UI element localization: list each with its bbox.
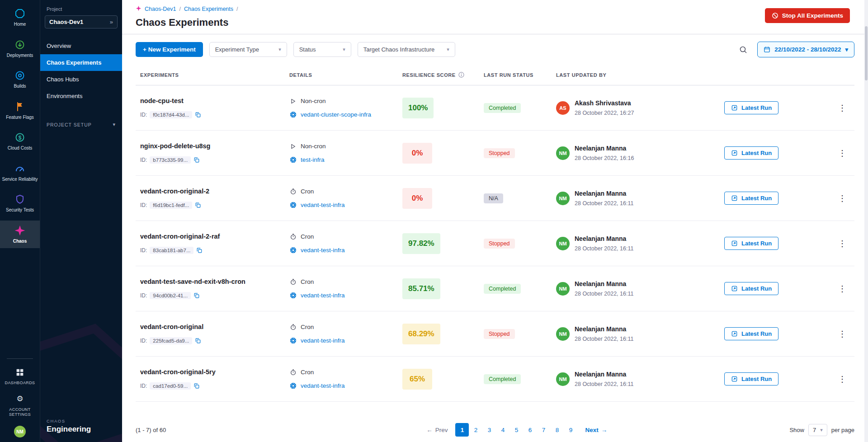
row-menu-button[interactable]: ⋮ <box>834 101 851 115</box>
infrastructure-link[interactable]: vedant-test-infra <box>301 337 345 344</box>
rail-item-home[interactable]: Home <box>0 4 40 32</box>
experiment-name[interactable]: vedant-cron-original-2-raf <box>140 233 285 240</box>
rail-item-feature-flags[interactable]: Feature Flags <box>0 97 40 125</box>
date-range-picker[interactable]: 22/10/2022 - 28/10/2022 ▾ <box>757 42 854 57</box>
experiment-type-filter[interactable]: Experiment Type ▾ <box>209 42 287 57</box>
copy-icon <box>195 202 201 208</box>
row-menu-button[interactable]: ⋮ <box>834 237 851 250</box>
copy-id-button[interactable] <box>195 338 201 344</box>
experiment-name[interactable]: nginx-pod-delete-u8sg <box>140 142 285 150</box>
copy-id-button[interactable] <box>195 202 201 208</box>
infrastructure-link[interactable]: vedant-test-infra <box>301 382 345 389</box>
experiment-name[interactable]: node-cpu-test <box>140 97 285 104</box>
rail-item-dashboards[interactable]: DASHBOARDS <box>0 363 40 389</box>
experiment-id-line: ID: 83cab181-ab7... <box>140 247 285 254</box>
stop-all-experiments-button[interactable]: Stop All Experiments <box>765 8 850 23</box>
chevron-down-icon: ▾ <box>447 47 449 52</box>
experiment-name[interactable]: vedant-cron-original-2 <box>140 188 285 195</box>
rail-item-security-tests[interactable]: Security Tests <box>0 189 40 217</box>
status-cell: Completed <box>479 374 552 384</box>
updated-date: 28 October 2022, 16:27 <box>575 110 634 116</box>
infrastructure-link[interactable]: vedant-cluster-scope-infra <box>301 111 371 118</box>
prev-page-button[interactable]: ← Prev <box>426 427 448 433</box>
info-icon[interactable] <box>458 72 464 78</box>
page-button-9[interactable]: 9 <box>564 423 577 437</box>
stopwatch-icon <box>289 233 297 240</box>
latest-run-button[interactable]: Latest Run <box>724 282 778 295</box>
row-menu-button[interactable]: ⋮ <box>834 146 851 160</box>
sidebar-item-chaos-hubs[interactable]: Chaos Hubs <box>40 71 122 88</box>
sidebar-item-overview[interactable]: Overview <box>40 38 122 54</box>
latest-run-button[interactable]: Latest Run <box>724 372 778 386</box>
target-infrastructure-filter[interactable]: Target Chaos Infrastructure ▾ <box>358 42 455 57</box>
rail-bottom-group: DASHBOARDS ⚙ ACCOUNT SETTINGS NM <box>0 355 40 437</box>
page-button-1[interactable]: 1 <box>455 423 469 437</box>
page-button-7[interactable]: 7 <box>537 423 550 437</box>
resilience-score: 65% <box>402 369 432 390</box>
rail-item-account-settings[interactable]: ⚙ ACCOUNT SETTINGS <box>0 390 40 421</box>
latest-run-button[interactable]: Latest Run <box>724 192 778 205</box>
row-menu-button[interactable]: ⋮ <box>834 327 851 341</box>
row-menu-button[interactable]: ⋮ <box>834 372 851 386</box>
copy-icon <box>193 292 200 299</box>
latest-run-button[interactable]: Latest Run <box>724 327 778 340</box>
experiment-cell: vedant-cron-original ID: 225fcad5-da9... <box>136 323 285 344</box>
row-menu-button[interactable]: ⋮ <box>834 192 851 205</box>
sidebar-item-environments[interactable]: Environments <box>40 88 122 104</box>
schedule-line: Cron <box>289 233 398 240</box>
vertical-scrollbar[interactable] <box>864 0 868 442</box>
project-setup-toggle[interactable]: PROJECT SETUP ▾ <box>40 117 122 132</box>
row-menu-button[interactable]: ⋮ <box>834 282 851 296</box>
pagination: (1 - 7) of 60 ← Prev 123456789 Next → Sh… <box>122 414 868 442</box>
copy-id-button[interactable] <box>195 112 201 118</box>
rail-item-deployments[interactable]: Deployments <box>0 35 40 63</box>
user-name: Neelanjan Manna <box>575 325 633 333</box>
page-button-5[interactable]: 5 <box>509 423 523 437</box>
experiment-name[interactable]: vedant-test-save-nd-exit-v8h-cron <box>140 278 285 285</box>
rail-item-chaos[interactable]: Chaos <box>0 221 40 249</box>
experiment-name[interactable]: vedant-cron-original-5ry <box>140 368 285 376</box>
user-name: Neelanjan Manna <box>575 190 633 197</box>
rail-item-service-reliability[interactable]: Service Reliability <box>0 159 40 187</box>
infrastructure-link[interactable]: vedant-test-infra <box>301 202 345 208</box>
infrastructure-link[interactable]: vedant-test-infra <box>301 247 345 254</box>
updated-date: 28 October 2022, 16:11 <box>575 336 633 342</box>
new-experiment-button[interactable]: + New Experiment <box>136 42 203 57</box>
per-page-select[interactable]: 7 ▾ <box>808 424 827 436</box>
page-button-6[interactable]: 6 <box>523 423 537 437</box>
latest-run-button[interactable]: Latest Run <box>724 146 778 160</box>
rail-item-cloud-costs[interactable]: $ Cloud Costs <box>0 127 40 155</box>
project-selector[interactable]: Chaos-Dev1 » <box>45 15 118 28</box>
scrollbar-thumb[interactable] <box>865 26 868 80</box>
page-button-3[interactable]: 3 <box>482 423 496 437</box>
page-button-8[interactable]: 8 <box>550 423 564 437</box>
copy-id-button[interactable] <box>193 292 200 299</box>
latest-run-button[interactable]: Latest Run <box>724 101 778 114</box>
infrastructure-link[interactable]: test-infra <box>301 156 325 163</box>
breadcrumb-experiments-link[interactable]: Chaos Experiments <box>184 6 233 12</box>
next-page-button[interactable]: Next → <box>585 427 607 433</box>
schedule-type: Cron <box>301 188 314 195</box>
experiment-name[interactable]: vedant-cron-original <box>140 323 285 330</box>
status-filter[interactable]: Status ▾ <box>293 42 351 57</box>
copy-id-button[interactable] <box>193 383 200 389</box>
collapse-sidebar-icon[interactable]: » <box>110 19 113 25</box>
project-sidebar: Project Chaos-Dev1 » Overview Chaos Expe… <box>40 0 122 442</box>
page-button-2[interactable]: 2 <box>469 423 482 437</box>
breadcrumb-project-link[interactable]: Chaos-Dev1 <box>145 6 176 12</box>
infrastructure-line: vedant-test-infra <box>289 202 398 208</box>
experiment-cell: vedant-test-save-nd-exit-v8h-cron ID: 94… <box>136 278 285 299</box>
sidebar-item-chaos-experiments[interactable]: Chaos Experiments <box>40 54 122 71</box>
schedule-type: Cron <box>301 324 314 330</box>
page-button-4[interactable]: 4 <box>496 423 509 437</box>
resilience-score: 0% <box>402 188 432 209</box>
avatar: NM <box>556 192 570 205</box>
rail-item-builds[interactable]: Builds <box>0 66 40 94</box>
infrastructure-link[interactable]: vedant-test-infra <box>301 292 345 299</box>
user-avatar[interactable]: NM <box>14 426 26 437</box>
search-button[interactable] <box>737 44 749 56</box>
latest-run-button[interactable]: Latest Run <box>724 237 778 250</box>
copy-id-button[interactable] <box>196 247 203 254</box>
column-details: DETAILS <box>285 72 398 78</box>
copy-id-button[interactable] <box>193 157 200 163</box>
